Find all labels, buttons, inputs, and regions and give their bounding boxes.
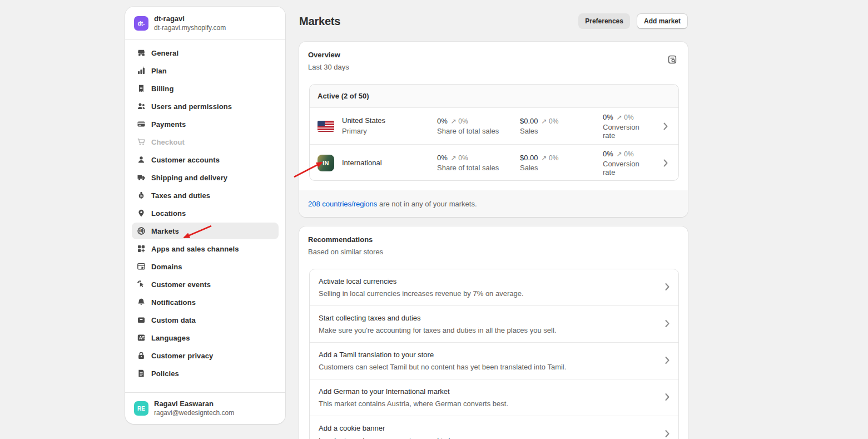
sidebar-item-plan[interactable]: Plan <box>132 62 279 79</box>
cursor-click-icon <box>137 280 146 289</box>
sidebar-item-policies[interactable]: Policies <box>132 365 279 382</box>
data-box-icon <box>137 315 146 324</box>
sidebar-item-markets[interactable]: $Markets <box>132 223 279 239</box>
countries-regions-link[interactable]: 208 countries/regions <box>308 200 377 208</box>
delta-up-icon: ↗ <box>451 154 457 162</box>
browser-window-icon <box>137 262 146 271</box>
market-metric: 0%↗ 0%Share of total sales <box>437 154 512 172</box>
bar-chart-icon <box>137 66 146 75</box>
sidebar-item-label: General <box>151 49 178 57</box>
recommendation-title: Start collecting taxes and duties <box>319 313 654 323</box>
sidebar-item-locations[interactable]: Locations <box>132 205 279 221</box>
sidebar-item-shipping-and-delivery[interactable]: Shipping and delivery <box>132 169 279 186</box>
us-flag-icon <box>318 121 334 132</box>
user-name: Ragavi Easwaran <box>154 399 234 408</box>
recommendation-description: Local privacy laws may require a cookie … <box>319 436 654 439</box>
recommendations-title: Recommendations <box>308 235 679 244</box>
receipt-icon <box>137 84 146 93</box>
recommendation-description: Selling in local currencies increases re… <box>319 289 654 298</box>
user-footer[interactable]: RE Ragavi Easwaran ragavi@wedesigntech.c… <box>125 392 285 424</box>
sidebar-item-notifications[interactable]: Notifications <box>132 294 279 310</box>
document-icon <box>137 369 146 378</box>
sidebar-item-label: Shipping and delivery <box>151 174 227 182</box>
users-icon <box>137 102 146 111</box>
market-name: International <box>342 159 429 167</box>
sidebar-item-label: Markets <box>151 227 179 235</box>
translate-icon <box>137 333 146 342</box>
sidebar-item-apps-and-sales-channels[interactable]: Apps and sales channels <box>132 240 279 257</box>
sidebar-item-users-and-permissions[interactable]: Users and permissions <box>132 98 279 115</box>
overview-card: Overview Last 30 days Active (2 of 50) U… <box>299 42 688 217</box>
chevron-right-icon <box>665 356 669 366</box>
sidebar-item-payments[interactable]: Payments <box>132 116 279 132</box>
market-metric: 0%↗ 0%Share of total sales <box>437 117 512 135</box>
sidebar-item-label: Payments <box>151 120 186 129</box>
recommendation-item[interactable]: Add German to your International marketT… <box>310 379 678 416</box>
sidebar-item-customer-privacy[interactable]: Customer privacy <box>132 347 279 364</box>
lock-icon <box>137 351 146 360</box>
recommendations-card: Recommendations Based on similar stores … <box>299 226 688 439</box>
delta-up-icon: ↗ <box>617 114 622 121</box>
market-row[interactable]: INInternational0%↗ 0%Share of total sale… <box>310 144 678 181</box>
sidebar-item-taxes-and-duties[interactable]: Taxes and duties <box>132 187 279 204</box>
page-header: Markets Preferences Add market <box>299 13 688 29</box>
sidebar-item-domains[interactable]: Domains <box>132 258 279 275</box>
store-name: dt-ragavi <box>154 14 226 23</box>
recommendation-title: Add a Tamil translation to your store <box>319 350 654 359</box>
store-domain: dt-ragavi.myshopify.com <box>154 24 226 32</box>
sidebar-item-billing[interactable]: Billing <box>132 80 279 97</box>
sidebar-item-label: Locations <box>151 209 186 218</box>
market-metric: 0%↗ 0%Conversion rate <box>603 150 653 176</box>
market-row[interactable]: United StatesPrimary0%↗ 0%Share of total… <box>310 108 678 144</box>
chevron-right-icon <box>661 159 671 167</box>
svg-text:$: $ <box>140 229 142 233</box>
recommendation-item[interactable]: Add a Tamil translation to your storeCus… <box>310 342 678 379</box>
sidebar-item-general[interactable]: General <box>132 45 279 61</box>
sidebar-item-checkout: Checkout <box>132 134 279 150</box>
add-market-button[interactable]: Add market <box>637 13 688 29</box>
sidebar-item-label: Customer accounts <box>151 156 220 164</box>
cart-icon <box>137 137 146 146</box>
sidebar-item-label: Checkout <box>151 138 185 146</box>
settings-sidebar: dt- dt-ragavi dt-ragavi.myshopify.com Ge… <box>125 7 285 424</box>
page-title: Markets <box>299 15 340 28</box>
recommendation-item[interactable]: Start collecting taxes and dutiesMake su… <box>310 305 678 342</box>
active-markets-box: Active (2 of 50) United StatesPrimary0%↗… <box>309 84 679 181</box>
sidebar-item-label: Policies <box>151 369 179 378</box>
overview-footer-text: are not in any of your markets. <box>377 200 477 208</box>
store-avatar: dt- <box>134 16 148 31</box>
report-search-icon <box>667 55 677 65</box>
sidebar-item-custom-data[interactable]: Custom data <box>132 312 279 328</box>
sidebar-item-languages[interactable]: Languages <box>132 329 279 346</box>
globe-dollar-icon: $ <box>137 226 146 235</box>
market-metric: $0.00↗ 0%Sales <box>520 117 595 135</box>
location-pin-icon <box>137 209 146 218</box>
chevron-right-icon <box>665 393 669 402</box>
recommendation-item[interactable]: Activate local currenciesSelling in loca… <box>310 269 678 305</box>
truck-icon <box>137 173 146 182</box>
recommendations-subtitle: Based on similar stores <box>308 248 679 256</box>
tax-bag-icon <box>137 191 146 200</box>
recommendation-item[interactable]: Add a cookie bannerLocal privacy laws ma… <box>310 416 678 439</box>
sidebar-item-label: Apps and sales channels <box>151 245 239 253</box>
overview-subtitle: Last 30 days <box>308 63 679 71</box>
sidebar-item-label: Plan <box>151 67 167 75</box>
sidebar-item-label: Users and permissions <box>151 102 232 111</box>
active-markets-header: Active (2 of 50) <box>310 85 678 108</box>
preferences-button[interactable]: Preferences <box>578 13 630 29</box>
international-market-icon: IN <box>318 155 334 171</box>
market-metric: $0.00↗ 0%Sales <box>520 154 595 172</box>
sidebar-item-customer-events[interactable]: Customer events <box>132 276 279 293</box>
delta-up-icon: ↗ <box>451 117 457 125</box>
market-name: United States <box>342 116 429 125</box>
chevron-right-icon <box>665 319 669 329</box>
store-header: dt- dt-ragavi dt-ragavi.myshopify.com <box>125 7 285 40</box>
delta-up-icon: ↗ <box>542 154 547 162</box>
sidebar-item-label: Notifications <box>151 298 196 307</box>
recommendation-title: Activate local currencies <box>319 277 654 286</box>
recommendation-title: Add German to your International market <box>319 387 654 396</box>
view-report-button[interactable] <box>666 53 679 66</box>
settings-nav: GeneralPlanBillingUsers and permissionsP… <box>125 40 285 392</box>
sidebar-item-label: Domains <box>151 263 182 271</box>
sidebar-item-customer-accounts[interactable]: Customer accounts <box>132 151 279 168</box>
